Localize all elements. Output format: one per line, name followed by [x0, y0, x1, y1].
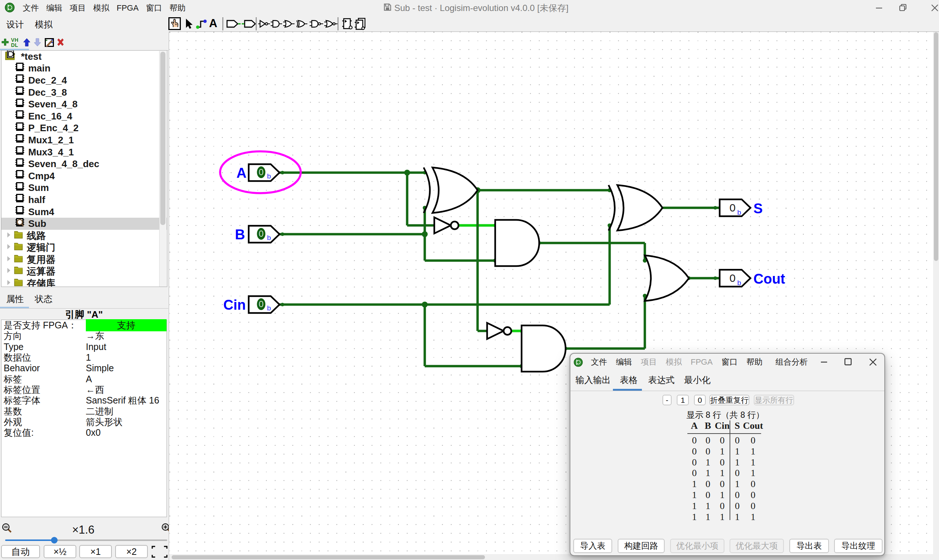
- tree-item-library[interactable]: 逻辑门: [2, 242, 167, 254]
- nand-gate-tool-button[interactable]: [309, 20, 324, 29]
- tree-item-circuit[interactable]: Dec_2_4: [2, 74, 167, 86]
- property-row[interactable]: 标签位置 ←西: [2, 385, 167, 395]
- move-circuit-up-button[interactable]: [23, 38, 31, 48]
- property-row[interactable]: 方向 →东: [2, 331, 167, 341]
- tree-item-circuit[interactable]: main: [2, 63, 167, 75]
- analysis-menu-item[interactable]: 文件: [588, 357, 610, 368]
- property-row[interactable]: 是否支持 FPGA： 支持: [2, 320, 167, 331]
- tree-item-circuit[interactable]: Mux1_2_1: [2, 134, 167, 146]
- truth-table-row[interactable]: 0 0 0 0 0: [570, 435, 884, 446]
- tree-item-circuit[interactable]: Enc_16_4: [2, 110, 167, 122]
- restore-button[interactable]: [899, 0, 907, 16]
- not-gate-tool-button[interactable]: [258, 20, 270, 29]
- tab-expression[interactable]: 表达式: [648, 371, 675, 389]
- text-tool-button[interactable]: A: [209, 17, 217, 30]
- tree-item-library[interactable]: 存储库: [2, 277, 167, 287]
- tree-item-circuit[interactable]: P_Enc_4_2: [2, 122, 167, 134]
- canvas-vscrollbar[interactable]: [933, 32, 939, 560]
- pin-cin[interactable]: 0 b Cin: [224, 296, 279, 313]
- analysis-menu-item[interactable]: 编辑: [613, 357, 635, 368]
- or-gate-tool-button[interactable]: [283, 20, 295, 29]
- menu-item[interactable]: FPGA: [113, 3, 142, 13]
- tree-item-circuit[interactable]: Sum: [2, 182, 167, 194]
- add-vhdl-button[interactable]: VH DL: [11, 37, 22, 48]
- remove-circuit-button[interactable]: [57, 38, 64, 48]
- tree-scrollbar-thumb[interactable]: [160, 52, 165, 225]
- canvas-hscrollbar-thumb[interactable]: [172, 555, 485, 559]
- radix-zero-button[interactable]: 0: [694, 395, 706, 405]
- junction-dot[interactable]: [404, 170, 410, 175]
- pin-b-value[interactable]: 0: [259, 229, 264, 238]
- pin-s[interactable]: 0 b S: [720, 199, 763, 216]
- menu-item[interactable]: 编辑: [43, 3, 66, 14]
- move-circuit-down-button[interactable]: [34, 38, 41, 48]
- analysis-menu-item[interactable]: 帮助: [743, 357, 765, 368]
- combinational-analysis-window[interactable]: 文件编辑项目模拟FPGA窗口帮助 组合分析 输入输出 表格 表达式 最小化: [570, 353, 885, 556]
- wire-node[interactable]: [281, 232, 284, 236]
- expand-arrow-icon[interactable]: [5, 266, 12, 277]
- menu-item[interactable]: 文件: [19, 3, 43, 14]
- tree-item-circuit[interactable]: Sum4: [2, 206, 167, 218]
- tab-design[interactable]: 设计: [3, 16, 28, 33]
- close-button[interactable]: [931, 0, 939, 16]
- and-gate-tool-button[interactable]: [270, 20, 283, 29]
- subcircuits-tool-button[interactable]: [354, 18, 367, 32]
- nor-gate-tool-button[interactable]: [324, 20, 339, 29]
- input-pin-tool-button[interactable]: [226, 20, 241, 29]
- zoom-two-button[interactable]: ×2: [115, 545, 148, 558]
- minimize-maxterms-button[interactable]: 优化最大项: [729, 539, 784, 553]
- minimize-minterms-button[interactable]: 优化最小项: [670, 539, 725, 553]
- import-table-button[interactable]: 导入表: [573, 539, 612, 553]
- build-circuit-button[interactable]: 构建回路: [618, 539, 665, 553]
- canvas-vscrollbar-thumb[interactable]: [934, 32, 938, 261]
- export-latex-button[interactable]: 导出纹理: [834, 539, 882, 553]
- export-table-button[interactable]: 导出表: [789, 539, 829, 553]
- expand-arrow-icon[interactable]: [5, 254, 12, 265]
- radix-one-button[interactable]: 1: [677, 395, 689, 405]
- zoom-auto-button[interactable]: 自动: [1, 545, 40, 558]
- tab-inputs-outputs[interactable]: 输入输出: [575, 371, 611, 389]
- wire-node[interactable]: [714, 206, 717, 210]
- analysis-minimize-button[interactable]: [820, 354, 829, 372]
- menu-item[interactable]: 帮助: [166, 3, 189, 14]
- junction-dot[interactable]: [422, 302, 428, 308]
- truth-table-row[interactable]: 1 0 0 1 0: [570, 478, 884, 489]
- edit-appearance-button[interactable]: [45, 38, 54, 48]
- tree-item-library[interactable]: 复用器: [2, 254, 167, 266]
- zoom-slider-thumb[interactable]: [51, 537, 58, 543]
- tab-state[interactable]: 状态: [31, 291, 56, 307]
- property-row[interactable]: 数据位 1: [2, 352, 167, 363]
- wire-node[interactable]: [281, 303, 284, 306]
- output-pin-tool-button[interactable]: [241, 20, 256, 29]
- tree-item-circuit[interactable]: Seven_4_8_dec: [2, 158, 167, 170]
- truth-table-row[interactable]: 1 1 1 1 1: [570, 511, 884, 522]
- minimize-button[interactable]: [875, 0, 883, 16]
- menu-item[interactable]: 项目: [66, 3, 89, 14]
- truth-table-row[interactable]: 1 1 0 0 0: [570, 500, 884, 511]
- tree-item-circuit[interactable]: Seven_4_8: [2, 98, 167, 110]
- tree-item-circuit[interactable]: Dec_3_8: [2, 86, 167, 98]
- tree-item-circuit[interactable]: Cmp4: [2, 170, 167, 182]
- wire-tool-button[interactable]: [196, 18, 208, 31]
- analysis-menu-item[interactable]: FPGA: [688, 357, 715, 367]
- xor-gate-tool-button[interactable]: [295, 20, 308, 29]
- selection-frame-icon[interactable]: [151, 545, 168, 560]
- and-gate-2[interactable]: [521, 325, 566, 372]
- junction-dot[interactable]: [422, 231, 428, 237]
- truth-table-row[interactable]: 0 1 1 0 1: [570, 467, 884, 478]
- pin-a[interactable]: 0 b A: [237, 164, 279, 181]
- property-row[interactable]: 标签字体 SansSerif 粗体 16: [2, 395, 167, 406]
- expand-arrow-icon[interactable]: [5, 278, 12, 287]
- poke-tool-button[interactable]: [168, 17, 181, 32]
- tab-simulate[interactable]: 模拟: [31, 16, 56, 33]
- property-row[interactable]: 复位值: 0x0: [2, 427, 167, 438]
- analysis-menu-item[interactable]: 窗口: [719, 357, 740, 368]
- tree-item-library[interactable]: 线路: [2, 230, 167, 242]
- expand-arrow-icon[interactable]: [5, 230, 12, 242]
- truth-table-row[interactable]: 0 1 0 1 1: [570, 457, 884, 468]
- tree-item-library[interactable]: 运算器: [2, 266, 167, 278]
- pin-a-value[interactable]: 0: [259, 167, 264, 177]
- tab-minimized[interactable]: 最小化: [684, 371, 711, 389]
- analysis-menu-item[interactable]: 项目: [638, 357, 660, 368]
- tab-attributes[interactable]: 属性: [3, 291, 28, 307]
